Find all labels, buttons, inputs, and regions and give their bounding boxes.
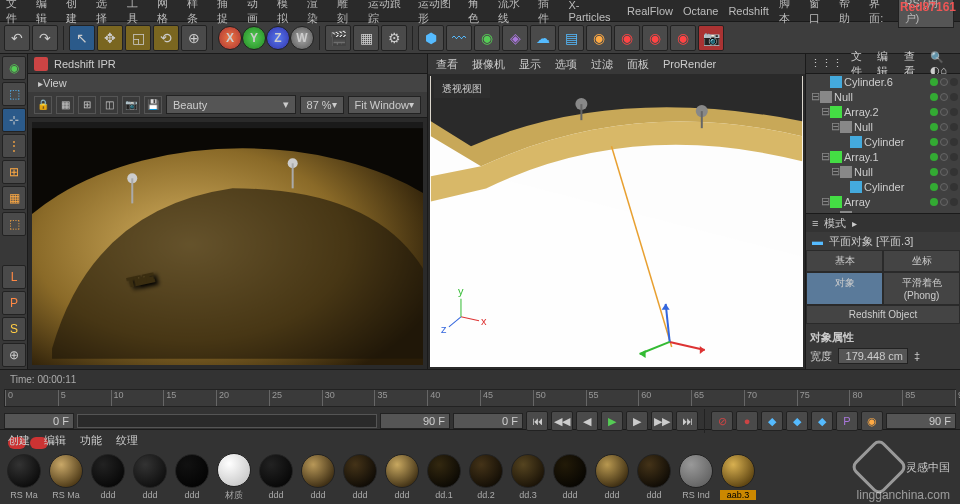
material-item[interactable]: RS Ma bbox=[48, 454, 84, 500]
light2-tool[interactable]: ◉ bbox=[614, 25, 640, 51]
ipr-pass-select[interactable]: Beauty▾ bbox=[166, 95, 296, 114]
menu-Octane[interactable]: Octane bbox=[683, 5, 718, 17]
obj-row[interactable]: ⊟Null bbox=[806, 89, 960, 104]
attr-tab-4[interactable]: Redshift Object bbox=[806, 305, 960, 324]
material-item[interactable]: 材质 bbox=[216, 453, 252, 502]
viewport-canvas[interactable]: 透视视图 x y z bbox=[430, 76, 803, 367]
ipr-fit-select[interactable]: Fit Window ▾ bbox=[348, 96, 421, 114]
snap-l[interactable]: L bbox=[2, 265, 26, 289]
ipr-snapshot[interactable]: 📷 bbox=[122, 96, 140, 114]
key-scale[interactable]: ◆ bbox=[786, 411, 808, 431]
material-item[interactable]: ddd bbox=[132, 454, 168, 500]
menu-网格[interactable]: 网格 bbox=[157, 0, 177, 26]
vp-menu-查看[interactable]: 查看 bbox=[436, 57, 458, 72]
render-region-button[interactable]: ▦ bbox=[353, 25, 379, 51]
attr-tab-0[interactable]: 基本 bbox=[806, 250, 883, 272]
obj-row[interactable]: ⊟Null bbox=[806, 164, 960, 179]
obj-row[interactable]: Cylinder bbox=[806, 179, 960, 194]
width-field[interactable]: 179.448 cm bbox=[838, 348, 908, 364]
menu-捕捉[interactable]: 捕捉 bbox=[217, 0, 237, 26]
point-mode[interactable]: ⋮ bbox=[2, 134, 26, 158]
obj-search-icon[interactable]: 🔍◐⌂ bbox=[930, 51, 956, 77]
obj-row[interactable]: Cylinder.6 bbox=[806, 74, 960, 89]
menu-X-Particles[interactable]: X-Particles bbox=[568, 0, 617, 23]
goto-end[interactable]: ⏭ bbox=[676, 411, 698, 431]
axis-x-button[interactable]: X bbox=[218, 26, 242, 50]
tl-end2[interactable]: 90 F bbox=[886, 413, 956, 429]
menu-帮助[interactable]: 帮助 bbox=[839, 0, 859, 26]
material-item[interactable]: RS Ind bbox=[678, 454, 714, 500]
mat-menu-创建[interactable]: 创建 bbox=[8, 433, 30, 448]
vp-menu-ProRender[interactable]: ProRender bbox=[663, 58, 716, 70]
light3-tool[interactable]: ◉ bbox=[642, 25, 668, 51]
axis-mode[interactable]: ⊹ bbox=[2, 108, 26, 132]
next-key[interactable]: ▶▶ bbox=[651, 411, 673, 431]
ipr-lock[interactable]: 🔒 bbox=[34, 96, 52, 114]
rotate-tool[interactable]: ⟲ bbox=[153, 25, 179, 51]
key-pos[interactable]: ◆ bbox=[761, 411, 783, 431]
environment-tool[interactable]: ☁ bbox=[530, 25, 556, 51]
mat-menu-编辑[interactable]: 编辑 bbox=[44, 433, 66, 448]
undo-button[interactable]: ↶ bbox=[4, 25, 30, 51]
axis-z-button[interactable]: Z bbox=[266, 26, 290, 50]
render-settings-button[interactable]: ⚙ bbox=[381, 25, 407, 51]
menu-动画[interactable]: 动画 bbox=[247, 0, 267, 26]
move-tool[interactable]: ✥ bbox=[97, 25, 123, 51]
vp-menu-面板[interactable]: 面板 bbox=[627, 57, 649, 72]
tl-current[interactable]: 0 F bbox=[453, 413, 523, 429]
attr-mode[interactable]: 模式 bbox=[824, 216, 846, 231]
render-button[interactable]: 🎬 bbox=[325, 25, 351, 51]
menu-模拟[interactable]: 模拟 bbox=[277, 0, 297, 26]
material-item[interactable]: ddd bbox=[384, 454, 420, 500]
light1-tool[interactable]: ◉ bbox=[586, 25, 612, 51]
menu-选择[interactable]: 选择 bbox=[96, 0, 116, 26]
material-item[interactable]: ddd bbox=[552, 454, 588, 500]
mat-menu-纹理[interactable]: 纹理 bbox=[116, 433, 138, 448]
prev-key[interactable]: ◀◀ bbox=[551, 411, 573, 431]
menu-插件[interactable]: 插件 bbox=[538, 0, 558, 26]
attr-mode-icon[interactable]: ≡ bbox=[812, 217, 818, 229]
light4-tool[interactable]: ◉ bbox=[670, 25, 696, 51]
redo-button[interactable]: ↷ bbox=[32, 25, 58, 51]
autokey-button[interactable]: ● bbox=[736, 411, 758, 431]
menu-脚本[interactable]: 脚本 bbox=[779, 0, 799, 26]
key-pla[interactable]: ◉ bbox=[861, 411, 883, 431]
play-button[interactable]: ▶ bbox=[601, 411, 623, 431]
material-item[interactable]: dd.2 bbox=[468, 454, 504, 500]
material-item[interactable]: ddd bbox=[174, 454, 210, 500]
obj-row[interactable]: ⊟Null bbox=[806, 119, 960, 134]
menu-雕刻[interactable]: 雕刻 bbox=[337, 0, 357, 26]
generator-tool[interactable]: ◉ bbox=[474, 25, 500, 51]
camera-tool[interactable]: ▤ bbox=[558, 25, 584, 51]
axis-y-button[interactable]: Y bbox=[242, 26, 266, 50]
model-mode[interactable]: ◉ bbox=[2, 56, 26, 80]
obj-row[interactable]: ⊟Array.1 bbox=[806, 149, 960, 164]
ipr-view-label[interactable]: ▸ View bbox=[28, 74, 427, 92]
object-mode[interactable]: ⬚ bbox=[2, 82, 26, 106]
obj-menu-icon[interactable]: ⋮⋮⋮ bbox=[810, 57, 843, 70]
menu-文件[interactable]: 文件 bbox=[6, 0, 26, 26]
goto-start[interactable]: ⏮ bbox=[526, 411, 548, 431]
material-item[interactable]: aab.3 bbox=[720, 454, 756, 500]
material-item[interactable]: ddd bbox=[258, 454, 294, 500]
material-item[interactable]: ddd bbox=[594, 454, 630, 500]
cube-primitive[interactable]: ⬢ bbox=[418, 25, 444, 51]
next-frame[interactable]: ▶ bbox=[626, 411, 648, 431]
menu-RealFlow[interactable]: RealFlow bbox=[627, 5, 673, 17]
menu-运动图形[interactable]: 运动图形 bbox=[418, 0, 458, 26]
menu-工具[interactable]: 工具 bbox=[127, 0, 147, 26]
width-stepper[interactable]: ‡ bbox=[914, 350, 920, 362]
material-item[interactable]: dd.3 bbox=[510, 454, 546, 500]
obj-row[interactable]: ⊟Array.2 bbox=[806, 104, 960, 119]
attr-tab-2[interactable]: 对象 bbox=[806, 272, 883, 305]
material-item[interactable]: ddd bbox=[90, 454, 126, 500]
rs-camera-tool[interactable]: 📷 bbox=[698, 25, 724, 51]
material-item[interactable]: ddd bbox=[342, 454, 378, 500]
material-item[interactable]: RS Ma bbox=[6, 454, 42, 500]
tl-range-slider[interactable] bbox=[77, 414, 377, 428]
timeline-ruler[interactable]: 051015202530354045505560657075808590 bbox=[4, 389, 956, 407]
material-item[interactable]: ddd bbox=[636, 454, 672, 500]
poly-mode[interactable]: ▦ bbox=[2, 186, 26, 210]
menu-渲染[interactable]: 渲染 bbox=[307, 0, 327, 26]
attr-tab-1[interactable]: 坐标 bbox=[883, 250, 960, 272]
